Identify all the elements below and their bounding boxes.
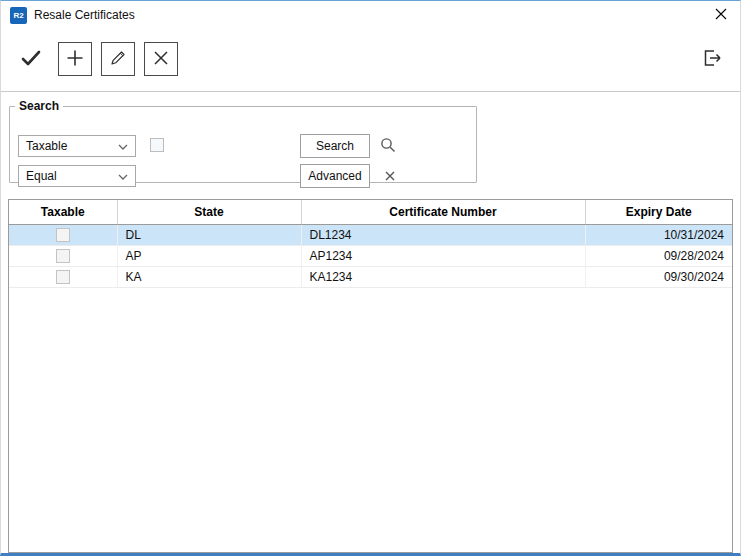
search-magnifier-button[interactable]	[378, 136, 398, 156]
cell-state: DL	[117, 224, 301, 245]
titlebar: R2 Resale Certificates	[1, 1, 740, 29]
cell-expiry_date: 09/28/2024	[585, 245, 732, 266]
row-taxable-checkbox[interactable]	[56, 228, 70, 242]
pencil-icon	[109, 49, 127, 70]
cell-certificate_number: AP1234	[301, 245, 585, 266]
advanced-clear-button[interactable]	[380, 167, 400, 187]
table-row[interactable]: DLDL123410/31/2024	[9, 224, 732, 245]
certificates-table-panel: TaxableStateCertificate NumberExpiry Dat…	[8, 199, 733, 553]
column-header-certificate_number[interactable]: Certificate Number	[301, 200, 585, 224]
check-icon	[18, 46, 44, 73]
operator-select[interactable]: Equal	[18, 165, 136, 187]
edit-button[interactable]	[101, 42, 135, 76]
x-icon	[152, 49, 170, 70]
exit-arrow-icon	[701, 48, 723, 71]
advanced-button[interactable]: Advanced	[300, 164, 370, 188]
column-header-expiry_date[interactable]: Expiry Date	[585, 200, 732, 224]
cell-certificate_number: DL1234	[301, 224, 585, 245]
table-header-row: TaxableStateCertificate NumberExpiry Dat…	[9, 200, 732, 224]
cell-state: KA	[117, 266, 301, 287]
search-group: Search Taxable Search Equal Advanced	[9, 99, 477, 183]
search-taxable-checkbox[interactable]	[150, 138, 164, 155]
delete-button[interactable]	[144, 42, 178, 76]
confirm-button[interactable]	[13, 42, 49, 76]
field-select[interactable]: Taxable	[18, 135, 136, 157]
toolbar-separator	[1, 91, 740, 92]
toolbar	[13, 33, 730, 85]
column-header-taxable[interactable]: Taxable	[9, 200, 117, 224]
add-button[interactable]	[58, 42, 92, 76]
checkbox-icon	[150, 138, 164, 152]
window-title: Resale Certificates	[34, 8, 135, 22]
column-header-state[interactable]: State	[117, 200, 301, 224]
chevron-down-icon	[118, 169, 128, 183]
cell-taxable	[9, 266, 117, 287]
table-row[interactable]: KAKA123409/30/2024	[9, 266, 732, 287]
plus-icon	[65, 48, 85, 71]
exit-button[interactable]	[694, 42, 730, 76]
cell-expiry_date: 09/30/2024	[585, 266, 732, 287]
cell-taxable	[9, 245, 117, 266]
operator-select-value: Equal	[26, 169, 57, 183]
search-group-label: Search	[15, 99, 63, 113]
cell-taxable	[9, 224, 117, 245]
close-button[interactable]	[708, 4, 734, 26]
search-button[interactable]: Search	[300, 134, 370, 158]
field-select-value: Taxable	[26, 139, 67, 153]
row-taxable-checkbox[interactable]	[56, 270, 70, 284]
chevron-down-icon	[118, 139, 128, 153]
resale-certificates-window: R2 Resale Certificates	[0, 0, 741, 556]
row-taxable-checkbox[interactable]	[56, 249, 70, 263]
cell-certificate_number: KA1234	[301, 266, 585, 287]
close-icon	[715, 8, 727, 23]
magnifier-icon	[380, 137, 396, 156]
cell-expiry_date: 10/31/2024	[585, 224, 732, 245]
x-icon	[384, 170, 396, 185]
cell-state: AP	[117, 245, 301, 266]
table-row[interactable]: APAP123409/28/2024	[9, 245, 732, 266]
certificates-table: TaxableStateCertificate NumberExpiry Dat…	[9, 200, 732, 288]
app-icon: R2	[10, 7, 27, 24]
